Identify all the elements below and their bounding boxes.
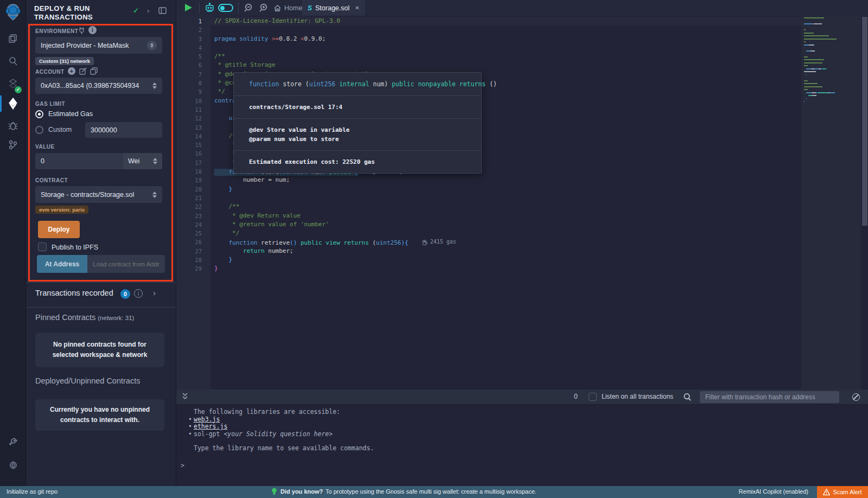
terminal-tx-count: 0: [574, 393, 578, 400]
git-icon[interactable]: [0, 135, 26, 155]
chevron-updown-icon: [147, 41, 157, 50]
deploy-run-icon[interactable]: [0, 93, 26, 114]
line-number: 19: [176, 176, 202, 184]
code-line[interactable]: 25 */: [176, 229, 800, 238]
code-line[interactable]: 27 return number;: [176, 247, 800, 256]
git-init-status[interactable]: Initialize as git repo: [7, 488, 58, 495]
line-number: 17: [176, 158, 202, 167]
panel-forward-icon[interactable]: ›: [147, 7, 149, 15]
edit-account-icon[interactable]: [79, 67, 87, 77]
line-number: 3: [176, 35, 202, 43]
solidity-compiler-icon[interactable]: ✓: [0, 74, 26, 94]
add-account-icon[interactable]: +: [68, 67, 75, 75]
value-unit-select[interactable]: Wei: [123, 153, 162, 169]
line-number: 6: [176, 61, 202, 69]
code-line[interactable]: 2: [176, 25, 800, 34]
terminal: 0 Listen on all transactions The followi…: [176, 390, 868, 486]
terminal-filter-input[interactable]: [700, 391, 839, 403]
search-icon[interactable]: [0, 51, 26, 72]
terminal-body[interactable]: The following libraries are accessible: …: [176, 405, 868, 486]
editor-scrollbar[interactable]: [861, 16, 868, 390]
line-number: 4: [176, 43, 202, 52]
account-select[interactable]: 0xA03...85ac4 (0.398673504934: [35, 78, 162, 94]
copilot-status[interactable]: RemixAI Copilot (enabled): [739, 488, 808, 495]
terminal-intro: The following libraries are accessible:: [194, 408, 340, 416]
value-label: VALUE: [35, 144, 55, 150]
code-line[interactable]: 29}: [176, 264, 800, 273]
code-line[interactable]: 6 * @title Storage: [176, 61, 800, 69]
code-line[interactable]: 23 * @dev Return value: [176, 212, 800, 220]
settings-gear-icon[interactable]: [0, 455, 26, 475]
code-line[interactable]: 21: [176, 194, 800, 202]
transactions-expand-icon[interactable]: ›: [153, 288, 156, 297]
at-address-button[interactable]: At Address: [37, 255, 87, 273]
tooltip-signature: function store (uint256 internal num) pu…: [234, 73, 481, 96]
code-line[interactable]: 1// SPDX-License-Identifier: GPL-3.0: [176, 17, 800, 25]
custom-gas-input[interactable]: [85, 122, 162, 138]
line-number: 13: [176, 123, 202, 132]
tab-storage-sol[interactable]: S Storage.sol ✕: [302, 0, 365, 16]
network-badge: Custom (31) network: [35, 57, 94, 65]
publish-ipfs-checkbox[interactable]: [38, 242, 47, 251]
estimated-gas-radio[interactable]: [35, 110, 43, 118]
terminal-bar: 0 Listen on all transactions: [176, 390, 868, 405]
code-line[interactable]: 28 }: [176, 256, 800, 264]
terminal-prompt: >: [181, 462, 184, 469]
code-line[interactable]: 20 }: [176, 185, 800, 194]
gas-estimate-annotation: 2415 gas: [423, 238, 456, 246]
line-number: 23: [176, 212, 202, 220]
minimap-line: [804, 44, 814, 46]
expand-terminal-icon[interactable]: [182, 392, 188, 403]
minimap-line: [804, 89, 808, 90]
code-line[interactable]: 24 * @return value of 'number': [176, 220, 800, 229]
transactions-count-badge: 0: [120, 289, 130, 299]
code-line[interactable]: 22 /**: [176, 202, 800, 211]
panel-layout-icon[interactable]: [158, 7, 167, 16]
evm-version-badge: evm version: paris: [35, 206, 88, 214]
remix-logo: [0, 2, 26, 22]
file-explorer-icon[interactable]: [0, 28, 26, 49]
run-script-icon[interactable]: [185, 4, 192, 11]
close-tab-icon[interactable]: ✕: [355, 5, 359, 11]
copilot-toggle[interactable]: [218, 4, 233, 12]
chevron-updown-icon: [152, 191, 157, 198]
zoom-out-icon[interactable]: [244, 3, 253, 15]
copy-account-icon[interactable]: [90, 67, 98, 77]
transactions-info-icon[interactable]: i: [134, 289, 143, 298]
scam-alert-button[interactable]: Scam Alert: [817, 486, 868, 498]
editor: Home S Storage.sol ✕ 1// SPDX-License-Id…: [176, 0, 868, 390]
code-line[interactable]: 19 number = num;: [176, 176, 800, 184]
contract-select[interactable]: Storage - contracts/Storage.sol: [35, 186, 162, 203]
debugger-icon[interactable]: [0, 115, 26, 136]
code-line[interactable]: 4: [176, 43, 800, 52]
minimap-line: [804, 56, 808, 58]
environment-select[interactable]: Injected Provider - MetaMask: [35, 37, 162, 54]
line-number: 18: [176, 167, 202, 176]
value-input[interactable]: [35, 153, 123, 169]
ai-copilot-robot-icon[interactable]: [205, 3, 215, 15]
terminal-library-item[interactable]: web3.js: [194, 416, 220, 423]
line-number: 25: [176, 229, 202, 238]
zoom-in-icon[interactable]: [259, 3, 268, 15]
terminal-library-item[interactable]: ethers.js: [194, 423, 227, 430]
line-number: 16: [176, 149, 202, 158]
line-number: 21: [176, 194, 202, 202]
environment-info-icon[interactable]: i: [88, 26, 97, 34]
code-line[interactable]: 3pragma solidity >=0.8.2 <0.9.0;: [176, 35, 800, 43]
clear-console-icon[interactable]: [852, 393, 860, 401]
tooltip-doc: @dev Store value in variable @param num …: [234, 119, 481, 151]
deploy-button[interactable]: Deploy: [38, 221, 80, 238]
code-line[interactable]: 26 function retrieve() public view retur…: [176, 238, 800, 246]
code-line[interactable]: 5/**: [176, 52, 800, 61]
plugin-manager-icon[interactable]: [0, 432, 26, 452]
terminal-outro: Type the library name to see available c…: [194, 444, 374, 452]
environment-plug-icon[interactable]: [78, 27, 85, 36]
minimap[interactable]: [801, 16, 861, 390]
listen-transactions-checkbox[interactable]: [589, 393, 597, 401]
unpinned-empty-message: Currently you have no unpinned contracts…: [35, 399, 164, 431]
home-icon: [274, 5, 281, 11]
status-bar: Initialize as git repo Did you know? To …: [0, 486, 868, 498]
tooltip-location: contracts/Storage.sol 17:4: [234, 96, 481, 119]
custom-gas-radio[interactable]: [35, 126, 43, 134]
at-address-input[interactable]: [87, 255, 165, 273]
